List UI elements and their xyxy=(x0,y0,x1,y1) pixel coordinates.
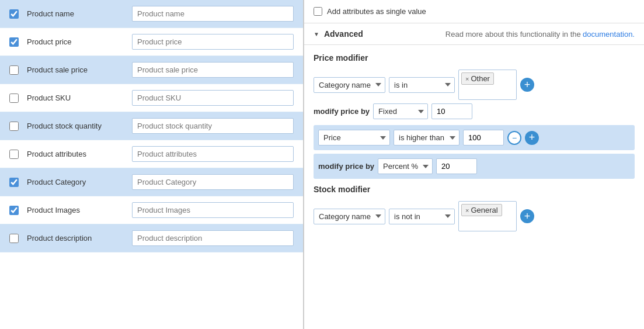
left-panel: Product nameProduct priceProduct sale pr… xyxy=(0,0,304,329)
right-panel: Add attributes as single value ▼ Advance… xyxy=(304,0,644,329)
field-row-product-name: Product name xyxy=(0,0,303,28)
label-product-sale-price: Product sale price xyxy=(27,65,132,74)
tag-general-label: General xyxy=(471,206,497,214)
field-row-product-attributes: Product attributes xyxy=(0,140,303,168)
field-row-product-sku: Product SKU xyxy=(0,84,303,112)
price-modifier-title: Price modifier xyxy=(314,53,635,63)
price-modify-row-2: modify price by Fixed Percent % xyxy=(314,154,635,179)
label-product-name: Product name xyxy=(27,9,132,18)
price-operator-select-1[interactable]: is in is not in is higher than is lower … xyxy=(389,77,455,93)
tag-other-close[interactable]: × xyxy=(465,75,469,82)
field-row-product-description: Product description xyxy=(0,224,303,252)
checkbox-product-images[interactable] xyxy=(9,206,19,215)
modify-price-label-2: modify price by xyxy=(318,162,374,171)
checkbox-product-name[interactable] xyxy=(9,9,19,19)
field-row-product-stock-quantity: Product stock quantity xyxy=(0,112,303,140)
modify-price-label-1: modify price by xyxy=(314,107,370,116)
price-tag-box-1: × Other xyxy=(458,70,517,100)
advanced-note: Read more about this functionality in th… xyxy=(445,30,635,39)
field-row-product-price: Product price xyxy=(0,28,303,56)
input-product-images[interactable] xyxy=(132,202,294,218)
checkbox-product-sale-price[interactable] xyxy=(9,65,19,75)
price-modify-row-1: modify price by Fixed Percent % xyxy=(314,103,635,119)
price-type-select-2[interactable]: Fixed Percent % xyxy=(378,158,433,174)
label-product-sku: Product SKU xyxy=(27,93,132,102)
input-product-sale-price[interactable] xyxy=(132,62,294,78)
price-value-input-2[interactable] xyxy=(463,130,504,146)
field-row-product-images: Product Images xyxy=(0,196,303,224)
documentation-link[interactable]: documentation. xyxy=(583,30,635,39)
label-product-category: Product Category xyxy=(27,178,132,186)
advanced-arrow-icon[interactable]: ▼ xyxy=(314,31,319,37)
stock-condition-row-1: Category name Price Stock is in is not i… xyxy=(314,201,635,231)
checkbox-product-sku[interactable] xyxy=(9,93,19,103)
tag-general: × General xyxy=(461,204,502,216)
field-row-product-sale-price: Product sale price xyxy=(0,56,303,84)
checkbox-product-description[interactable] xyxy=(9,234,19,243)
add-stock-condition-button[interactable]: + xyxy=(520,209,534,223)
input-product-stock-quantity[interactable] xyxy=(132,118,294,134)
price-condition-row-1: Category name Price Stock is in is not i… xyxy=(314,70,635,100)
price-operator-select-2[interactable]: is in is not in is higher than is lower … xyxy=(394,130,459,146)
tag-general-close[interactable]: × xyxy=(465,207,469,214)
add-condition-1-button[interactable]: + xyxy=(520,78,534,92)
stock-operator-select-1[interactable]: is in is not in is higher than is lower … xyxy=(389,209,455,224)
checkbox-product-category[interactable] xyxy=(9,178,19,187)
checkbox-product-attributes[interactable] xyxy=(9,150,19,159)
remove-condition-2-button[interactable]: − xyxy=(507,131,521,145)
single-value-checkbox[interactable] xyxy=(314,7,322,16)
price-condition-row-2: Category name Price Stock is in is not i… xyxy=(314,125,635,150)
price-field-select-1[interactable]: Category name Price Stock xyxy=(314,77,385,93)
label-product-attributes: Product attributes xyxy=(27,150,132,158)
label-product-price: Product price xyxy=(27,37,132,46)
advanced-title: Advanced xyxy=(324,29,363,39)
price-value-input-1[interactable] xyxy=(431,103,472,119)
input-product-price[interactable] xyxy=(132,34,294,50)
add-condition-2-button[interactable]: + xyxy=(525,131,539,145)
single-value-label: Add attributes as single value xyxy=(327,7,426,16)
input-product-name[interactable] xyxy=(132,6,294,22)
input-product-sku[interactable] xyxy=(132,90,294,106)
field-row-product-category: Product Category xyxy=(0,168,303,196)
advanced-section: ▼ Advanced Read more about this function… xyxy=(304,23,644,45)
tag-other: × Other xyxy=(461,72,494,85)
price-modifier-section: Price modifier Category name Price Stock… xyxy=(304,45,644,240)
stock-field-select-1[interactable]: Category name Price Stock xyxy=(314,209,385,224)
top-bar: Add attributes as single value xyxy=(304,0,644,23)
stock-modifier-title: Stock modifier xyxy=(314,185,635,194)
input-product-description[interactable] xyxy=(132,230,294,246)
label-product-stock-quantity: Product stock quantity xyxy=(27,122,132,130)
checkbox-product-stock-quantity[interactable] xyxy=(9,122,19,131)
tag-other-label: Other xyxy=(471,74,490,83)
label-product-images: Product Images xyxy=(27,206,132,214)
price-field-select-2[interactable]: Category name Price Stock xyxy=(318,130,390,146)
price-type-select-1[interactable]: Fixed Percent % xyxy=(373,103,428,119)
input-product-attributes[interactable] xyxy=(132,146,294,162)
input-product-category[interactable] xyxy=(132,174,294,190)
price-value-input-3[interactable] xyxy=(436,158,477,174)
label-product-description: Product description xyxy=(27,234,132,243)
stock-tag-box-1: × General xyxy=(458,201,517,231)
checkbox-product-price[interactable] xyxy=(9,37,19,47)
